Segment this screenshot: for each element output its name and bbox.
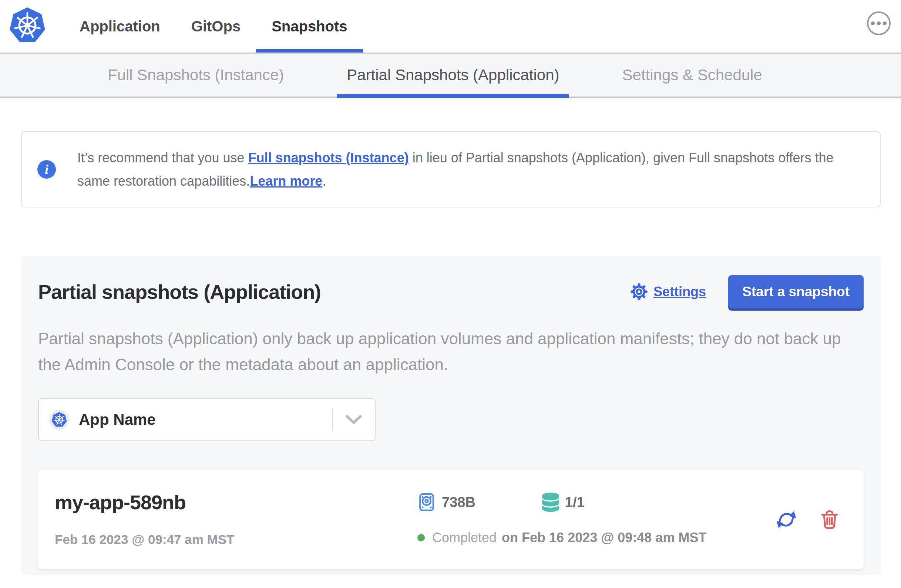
card-description: Partial snapshots (Application) only bac… <box>38 326 864 378</box>
snapshot-row[interactable]: my-app-589nb Feb 16 2023 @ 09:47 am MST <box>38 470 864 569</box>
snapshot-settings-link[interactable]: Settings <box>653 284 706 300</box>
card-header: Partial snapshots (Application) S <box>38 275 864 309</box>
restore-snapshot-button[interactable] <box>776 509 797 531</box>
kubernetes-app-icon <box>51 412 67 428</box>
banner-text: It’s recommend that you use Full snapsho… <box>77 146 854 193</box>
snapshots-page: Application GitOps Snapshots Full Snapsh… <box>0 0 901 588</box>
ellipsis-menu-button[interactable] <box>867 11 891 35</box>
restore-icon <box>776 509 797 531</box>
info-banner: i It’s recommend that you use Full snaps… <box>21 131 881 207</box>
snapshot-stats: 738B 1/1 <box>418 492 706 512</box>
banner-text-start: It’s recommend that you use <box>77 150 248 165</box>
snapshot-size: 738B <box>442 495 475 510</box>
tab-settings-schedule[interactable]: Settings & Schedule <box>613 54 772 96</box>
main-nav-tabs: Application GitOps Snapshots <box>64 0 363 53</box>
snapshot-size-stat: 738B <box>418 493 475 512</box>
chevron-down-box[interactable] <box>333 415 375 425</box>
kubernetes-logo-icon <box>7 6 48 45</box>
snapshot-finished-at: on Feb 16 2023 @ 09:48 am MST <box>502 530 706 546</box>
status-dot-icon <box>418 534 425 541</box>
banner-text-end: . <box>322 173 326 188</box>
status-label: Completed <box>432 530 497 546</box>
snapshot-started-at: Feb 16 2023 @ 09:47 am MST <box>55 532 418 547</box>
snapshot-status: Completed on Feb 16 2023 @ 09:48 am MST <box>418 530 706 546</box>
top-nav: Application GitOps Snapshots <box>0 0 901 53</box>
nav-tab-snapshots[interactable]: Snapshots <box>256 0 363 53</box>
disk-icon <box>418 493 436 512</box>
dropdown-control <box>332 399 375 440</box>
gear-icon <box>630 283 648 301</box>
tab-partial-snapshots-application[interactable]: Partial Snapshots (Application) <box>337 54 569 96</box>
snapshot-name: my-app-589nb <box>55 491 418 514</box>
delete-snapshot-button[interactable] <box>819 509 840 531</box>
ellipsis-dot <box>877 22 881 25</box>
snapshots-subnav: Full Snapshots (Instance) Partial Snapsh… <box>0 53 901 98</box>
snapshot-volume-count: 1/1 <box>565 495 585 510</box>
snapshot-details: 738B 1/1 Completed on Feb 16 2023 @ 09:4… <box>418 470 706 569</box>
nav-tab-application[interactable]: Application <box>64 0 176 53</box>
app-name-dropdown[interactable]: App Name <box>38 398 376 441</box>
ellipsis-dot <box>871 22 875 25</box>
page-title: Partial snapshots (Application) <box>38 280 321 303</box>
start-snapshot-button[interactable]: Start a snapshot <box>728 275 864 308</box>
learn-more-link[interactable]: Learn more <box>250 173 322 188</box>
database-icon <box>542 493 559 512</box>
ellipsis-dot <box>883 22 887 25</box>
trash-icon <box>819 509 840 531</box>
nav-tab-gitops[interactable]: GitOps <box>176 0 256 53</box>
app-icon-ring <box>49 410 69 430</box>
tab-full-snapshots-instance[interactable]: Full Snapshots (Instance) <box>98 54 293 96</box>
partial-snapshots-card: Partial snapshots (Application) S <box>21 256 881 575</box>
full-snapshots-link[interactable]: Full snapshots (Instance) <box>248 150 409 165</box>
info-icon: i <box>37 160 56 179</box>
app-name-value: App Name <box>79 411 156 429</box>
snapshot-volumes-stat: 1/1 <box>542 493 585 512</box>
snapshot-actions <box>776 470 840 569</box>
card-header-actions: Settings Start a snapshot <box>630 275 864 308</box>
snapshot-identity: my-app-589nb Feb 16 2023 @ 09:47 am MST <box>55 470 418 569</box>
chevron-down-icon <box>345 415 362 425</box>
